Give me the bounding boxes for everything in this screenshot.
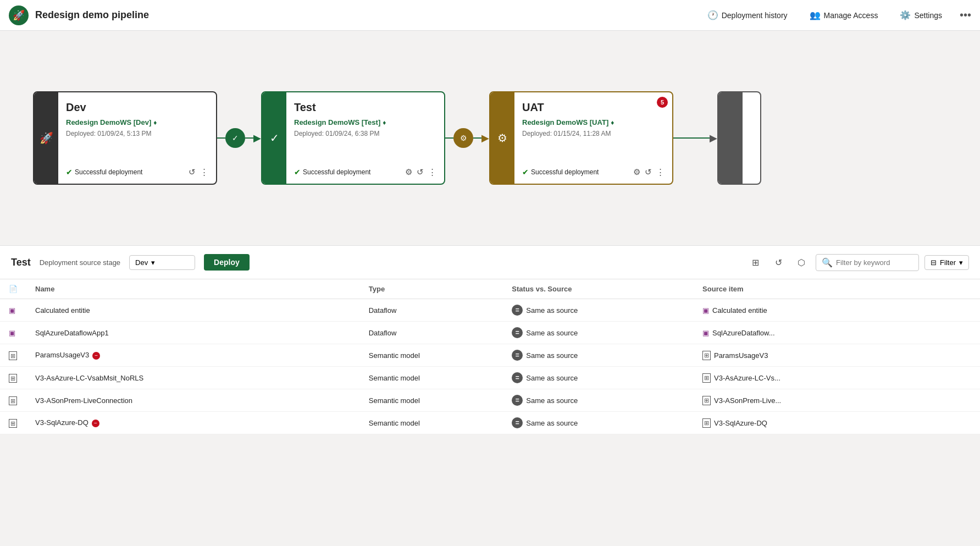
dev-history-icon[interactable]: ↺ — [189, 167, 196, 177]
nav-left: 🚀 Redesign demo pipeline — [9, 5, 149, 25]
dataflow-icon: ▣ — [9, 329, 15, 337]
partial-body — [743, 92, 760, 184]
uat-footer-actions: ⚙ ↺ ⋮ — [633, 167, 665, 177]
arrow-dev-test: ✓ ▶ — [217, 128, 261, 148]
more-options-button[interactable]: ••• — [960, 9, 971, 21]
row-source: ⊞ V3-AsAzure-LC-Vs... — [694, 367, 980, 389]
bottom-stage-name: Test — [11, 257, 31, 268]
row-type: Semantic model — [360, 344, 503, 367]
partial-sidebar — [718, 92, 743, 184]
dev-footer-actions: ↺ ⋮ — [189, 167, 208, 177]
table-row: ⊞ ParamsUsageV3− Semantic model = Same a… — [0, 344, 980, 367]
uat-workspace-link[interactable]: Redesign DemoWS [UAT] ♦ — [522, 118, 665, 126]
arrow-line-2 — [445, 137, 453, 139]
semantic-icon: ⊞ — [702, 418, 711, 428]
row-source: ▣ Calculated entitie — [694, 299, 980, 322]
uat-history-icon[interactable]: ↺ — [645, 167, 652, 177]
test-status-badge: ✔ Successful deployment — [294, 168, 370, 177]
deploy-button[interactable]: Deploy — [204, 254, 250, 271]
arrow-line-1b — [245, 137, 253, 139]
warning-icon: − — [92, 352, 100, 360]
dev-status-text: Successful deployment — [75, 168, 142, 176]
row-source: ⊞ V3-SqlAzure-DQ — [694, 412, 980, 434]
dev-diamond-icon: ♦ — [153, 119, 157, 126]
search-field[interactable] — [836, 258, 913, 267]
grid-view-icon[interactable]: ⊞ — [746, 253, 764, 271]
semantic-icon: ⊞ — [702, 351, 711, 360]
people-icon: 👥 — [810, 10, 821, 20]
test-status-icon: ✔ — [294, 168, 301, 177]
equal-icon: = — [512, 350, 523, 361]
deployment-history-button[interactable]: 🕐 Deployment history — [703, 7, 792, 24]
arrow-right-3: ▶ — [710, 132, 717, 144]
dev-workspace-link[interactable]: Redesign DemoWS [Dev] ♦ — [66, 118, 208, 126]
dev-workspace-name: Redesign DemoWS [Dev] — [66, 118, 151, 126]
arrow-right-2: ▶ — [481, 132, 489, 144]
top-nav: 🚀 Redesign demo pipeline 🕐 Deployment hi… — [0, 0, 980, 31]
table-row: ⊞ V3-AsAzure-LC-VsabMsit_NoRLS Semantic … — [0, 367, 980, 389]
equal-icon: = — [512, 327, 523, 338]
row-source: ▣ SqlAzureDataflow... — [694, 322, 980, 344]
stage-card-uat: 5 ⚙ UAT Redesign DemoWS [UAT] ♦ Deployed… — [489, 91, 673, 185]
test-assign-icon[interactable]: ⚙ — [405, 167, 412, 177]
test-card-body: Test Redesign DemoWS [Test] ♦ Deployed: … — [286, 92, 444, 184]
test-more-icon[interactable]: ⋮ — [428, 167, 436, 177]
dev-more-icon[interactable]: ⋮ — [200, 167, 208, 177]
stage-card-test: ✓ Test Redesign DemoWS [Test] ♦ Deployed… — [261, 91, 445, 185]
row-source: ⊞ V3-ASonPrem-Live... — [694, 389, 980, 412]
test-history-icon[interactable]: ↺ — [417, 167, 424, 177]
uat-sidebar: ⚙ — [490, 92, 514, 184]
table-header-row: 📄 Name Type Status vs. Source Source ite… — [0, 279, 980, 299]
bottom-header-right: ⊞ ↺ ⬡ 🔍 ⊟ Filter ▾ — [746, 253, 969, 271]
test-footer-actions: ⚙ ↺ ⋮ — [405, 167, 436, 177]
settings-button[interactable]: ⚙️ Settings — [895, 7, 946, 24]
uat-diamond-icon: ♦ — [611, 119, 614, 126]
uat-status-icon: ✔ — [522, 168, 529, 177]
semantic-icon: ⊞ — [9, 374, 17, 383]
bottom-header: Test Deployment source stage Dev ▾ Deplo… — [0, 246, 980, 279]
filter-button[interactable]: ⊟ Filter ▾ — [924, 255, 969, 270]
manage-access-label: Manage Access — [824, 11, 878, 20]
row-type: Dataflow — [360, 322, 503, 344]
row-type: Semantic model — [360, 412, 503, 434]
test-diamond-icon: ♦ — [383, 119, 386, 126]
source-stage-select[interactable]: Dev ▾ — [129, 255, 195, 270]
filter-icon: ⊟ — [931, 258, 937, 267]
manage-access-button[interactable]: 👥 Manage Access — [805, 7, 883, 24]
semantic-icon: ⊞ — [9, 419, 17, 428]
equal-icon: = — [512, 305, 523, 316]
pipeline-canvas: 🚀 Dev Redesign DemoWS [Dev] ♦ Deployed: … — [0, 31, 980, 245]
stage-card-dev: 🚀 Dev Redesign DemoWS [Dev] ♦ Deployed: … — [33, 91, 217, 185]
semantic-icon: ⊞ — [702, 396, 711, 405]
dev-footer: ✔ Successful deployment ↺ ⋮ — [66, 167, 208, 177]
test-sidebar: ✓ — [262, 92, 286, 184]
table-row: ⊞ V3-SqlAzure-DQ− Semantic model = Same … — [0, 412, 980, 434]
keyword-filter-input[interactable]: 🔍 — [816, 254, 919, 271]
uat-assign-icon[interactable]: ⚙ — [633, 167, 640, 177]
row-name: V3-ASonPrem-LiveConnection — [26, 389, 360, 412]
row-name: SqlAzureDataflowApp1 — [26, 322, 360, 344]
dev-sidebar-icon: 🚀 — [40, 131, 53, 145]
dataflow-icon: ▣ — [702, 329, 709, 337]
clock-icon: 🕐 — [707, 10, 718, 20]
dev-status-icon: ✔ — [66, 168, 73, 177]
test-workspace-link[interactable]: Redesign DemoWS [Test] ♦ — [294, 118, 436, 126]
uat-more-icon[interactable]: ⋮ — [656, 167, 665, 177]
col-status-header: Status vs. Source — [503, 279, 694, 299]
row-check-col: ▣ — [0, 322, 26, 344]
file-icon: 📄 — [9, 285, 18, 293]
items-table: 📄 Name Type Status vs. Source Source ite… — [0, 279, 980, 434]
row-type: Dataflow — [360, 299, 503, 322]
semantic-icon: ⊞ — [9, 351, 17, 360]
equal-icon: = — [512, 372, 523, 383]
share-icon[interactable]: ⬡ — [793, 253, 810, 271]
source-stage-value: Dev — [135, 258, 148, 267]
stage-card-partial — [717, 91, 761, 185]
filter-label: Filter — [940, 258, 956, 267]
dataflow-icon: ▣ — [702, 306, 709, 315]
row-status: = Same as source — [503, 322, 694, 344]
arrow-line-1 — [217, 137, 225, 139]
refresh-icon[interactable]: ↺ — [769, 253, 787, 271]
row-check-col: ⊞ — [0, 389, 26, 412]
filter-chevron-icon: ▾ — [959, 258, 963, 267]
